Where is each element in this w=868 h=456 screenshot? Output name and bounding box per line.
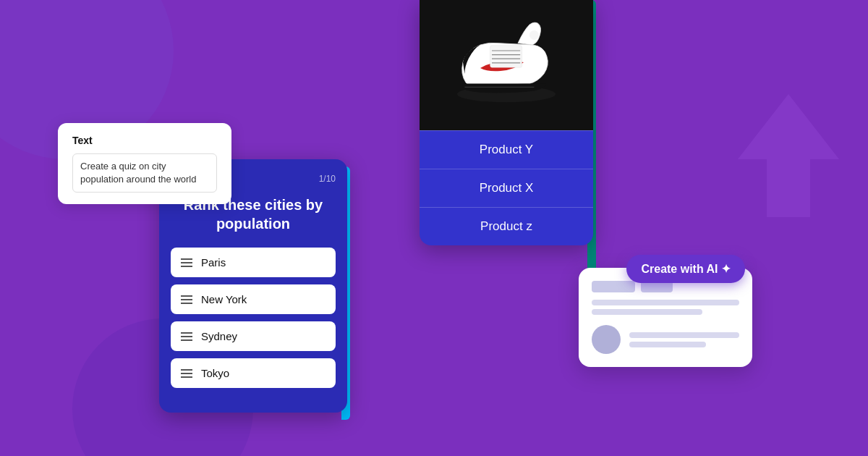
ai-avatar-line-2 — [629, 342, 706, 347]
quiz-item-newyork[interactable]: New York — [171, 284, 336, 314]
arrow-decoration — [723, 87, 854, 235]
ai-create-card: Create with AI ✦ — [579, 268, 752, 367]
drag-handle-sydney — [181, 332, 192, 341]
quiz-city-sydney: Sydney — [201, 330, 237, 342]
drag-handle-tokyo — [181, 369, 192, 378]
quiz-city-newyork: New York — [201, 293, 247, 305]
svg-point-6 — [529, 30, 539, 40]
text-prompt-card: Text Create a quiz on city population ar… — [58, 123, 231, 204]
quiz-city-tokyo: Tokyo — [201, 367, 229, 379]
quiz-item-paris[interactable]: Paris — [171, 248, 336, 277]
svg-rect-1 — [490, 46, 522, 67]
quiz-item-tokyo[interactable]: Tokyo — [171, 358, 336, 388]
product-option-y[interactable]: Product Y — [420, 130, 593, 169]
create-with-ai-button[interactable]: Create with AI ✦ — [626, 255, 745, 283]
product-option-z[interactable]: Product z — [420, 207, 593, 245]
ai-line-2 — [592, 309, 702, 315]
ai-bottom-row — [592, 325, 739, 354]
quiz-item-sydney[interactable]: Sydney — [171, 321, 336, 351]
create-with-ai-label: Create with AI ✦ — [641, 262, 731, 276]
ai-rect-1 — [592, 281, 635, 292]
product-option-x[interactable]: Product X — [420, 169, 593, 207]
ai-avatar-circle — [592, 325, 621, 354]
ai-avatar-lines — [629, 332, 739, 347]
ai-text-lines — [592, 300, 739, 315]
ai-line-1 — [592, 300, 739, 305]
quiz-city-paris: Paris — [201, 256, 226, 269]
text-prompt-label: Text — [72, 135, 217, 146]
drag-handle-paris — [181, 258, 192, 267]
ai-avatar-line-1 — [629, 332, 739, 338]
product-image — [420, 0, 593, 130]
product-card: Product Y Product X Product z — [420, 0, 593, 245]
drag-handle-newyork — [181, 295, 192, 304]
product-options: Product Y Product X Product z — [420, 130, 593, 245]
text-prompt-content: Create a quiz on city population around … — [72, 153, 217, 193]
